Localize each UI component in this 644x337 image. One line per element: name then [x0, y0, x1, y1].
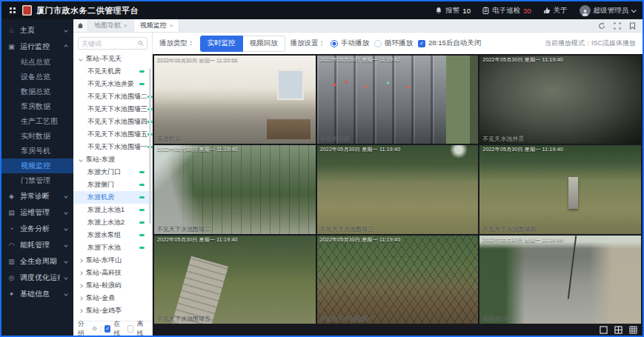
sidebar-item-analysis[interactable]: ◔ 业务分析 [1, 221, 73, 237]
video-cell[interactable]: 2022年05月30日 星期一 11:19:49 东渡大门口 [479, 236, 641, 324]
refresh-icon[interactable] [598, 22, 605, 30]
sidebar-item-dispatch[interactable]: ◎ 调度优化运行 [1, 270, 73, 286]
video-cell[interactable]: 2022年05月30日 星期一 11:19:40 不见天下水池围墙三 [317, 145, 479, 233]
sidebar-sub-data-overview[interactable]: 数据总览 [1, 84, 73, 99]
tree-group-dongdu[interactable]: 泵站-东渡 [73, 153, 152, 166]
about-button[interactable]: 关于 [543, 6, 568, 16]
tree-search-box [78, 37, 147, 50]
chevron-down-icon [64, 276, 68, 280]
gear-icon[interactable] [92, 325, 97, 332]
video-cell[interactable]: 2022年05月30日 星期一 11:19:40 不见天水池井景 [479, 56, 641, 144]
sidebar-sub-device-overview[interactable]: 设备总览 [1, 70, 73, 84]
tree-camera-item[interactable]: 不见天下水池围墙三 [73, 103, 152, 116]
video-feed [479, 236, 641, 324]
search-icon[interactable] [138, 40, 144, 47]
alarm-count: 10 [462, 7, 471, 15]
online-checkbox[interactable]: ✓ [104, 325, 110, 333]
caret-icon [79, 258, 83, 263]
video-timestamp: 2022年05月30日 星期一 11:19:40 [320, 146, 477, 153]
sidebar-sub-realtime-data[interactable]: 实时数据 [1, 129, 73, 144]
sidebar-item-home[interactable]: ⌂ 主页 [1, 22, 73, 39]
bookmark-icon[interactable] [629, 22, 636, 30]
tree-camera-item[interactable]: 东渡侧门 [73, 178, 152, 191]
tree-camera-item[interactable]: 东渡下水池 [73, 241, 152, 254]
home-icon: ⌂ [7, 27, 16, 34]
sidebar-sub-pump-units[interactable]: 泵房号机 [1, 144, 73, 159]
video-playback-button[interactable]: 视频回放 [243, 36, 285, 52]
tree-camera-item[interactable]: 不见天水池井景 [73, 78, 152, 90]
manual-play-radio[interactable]: 手动播放 [331, 39, 369, 48]
chevron-down-icon [64, 210, 68, 215]
sidebar-collapse-icon[interactable] [9, 7, 16, 14]
sidebar-item-diagnosis[interactable]: ◈ 异常诊断 [1, 188, 73, 204]
nine-grid-icon[interactable] [629, 326, 637, 334]
online-dot [139, 171, 145, 173]
video-cell[interactable]: 2022年05月30日 星期一 11:19:40 不见天下水池围墙二 [154, 145, 316, 233]
video-cell[interactable]: 2022年05月30日 星期一 11:19:40 不见天下水池围墙五 [154, 236, 316, 324]
sidebar-item-energy[interactable]: ◠ 能耗管理 [1, 237, 73, 253]
radio-on-icon [331, 40, 338, 47]
close-icon[interactable]: × [170, 22, 173, 29]
tree-camera-item[interactable]: 东渡上水池2 [73, 216, 152, 229]
sidebar-item-basic-info[interactable]: ✦ 基础信息 [1, 286, 73, 302]
fullscreen-icon[interactable] [614, 22, 621, 30]
tree-group-dongpingshan[interactable]: 泵站-东坪山 [73, 254, 152, 267]
offline-checkbox[interactable] [127, 325, 133, 333]
video-cell[interactable]: 2022年05月30日 星期一 11:20:55 东渡机房 [154, 56, 316, 144]
online-dot [139, 234, 145, 236]
chevron-down-icon [64, 292, 68, 296]
tree-scrollbar[interactable] [149, 68, 151, 224]
sidebar-sub-process-diagram[interactable]: 生产工艺图 [1, 114, 73, 129]
video-grid: 2022年05月30日 星期一 11:20:55 东渡机房 2022年05月30… [154, 56, 641, 324]
sidebar-item-monitor[interactable]: ▣ 运行监控 [1, 39, 73, 55]
sidebar-item-lifecycle[interactable]: ▥ 全生命周期 [1, 253, 73, 270]
tree-camera-item[interactable]: 不见天下水池围墙一 [73, 141, 152, 153]
tab-video-monitor[interactable]: 视频监控 × [134, 19, 180, 32]
home-tab-button[interactable] [73, 19, 88, 32]
auto-close-checkbox-row[interactable]: ✓ 28:15后自动关闭 [418, 39, 481, 48]
sidebar-sub-site-overview[interactable]: 站点总览 [1, 55, 73, 70]
user-menu[interactable]: 超级管理员 [580, 5, 636, 16]
tree-camera-item[interactable]: 东渡上水池1 [73, 204, 152, 216]
play-type-switch: 实时监控 视频回放 [200, 36, 285, 52]
tree-camera-item[interactable]: 不见天下水池围墙二 [73, 90, 152, 103]
single-grid-icon[interactable] [600, 326, 608, 334]
loop-play-radio[interactable]: 循环播放 [374, 39, 413, 48]
monitor-icon: ▣ [7, 43, 16, 50]
sidebar-sub-pump-room-data[interactable]: 泵房数据 [1, 99, 73, 114]
camera-tree: 泵站-不见天 不见天机房 不见天水池井景 不见天下水池围墙二 不见天下水池围墙三… [73, 53, 152, 317]
sidebar-sub-video-monitor[interactable]: 视频监控 [1, 159, 73, 173]
live-monitor-button[interactable]: 实时监控 [200, 36, 243, 52]
camera-tree-panel: 泵站-不见天 不见天机房 不见天水池井景 不见天下水池围墙二 不见天下水池围墙三… [73, 33, 153, 336]
tree-camera-item-selected[interactable]: 东渡机房 [73, 191, 152, 204]
video-cell[interactable]: 2022年05月30日 星期一 11:19:40 不见天下水池围墙一 [317, 236, 479, 324]
sidebar-sub-access-control[interactable]: 门禁管理 [1, 173, 73, 188]
tree-group-jinding[interactable]: 泵站-金鼎 [73, 292, 152, 304]
tree-camera-item[interactable]: 东渡大门口 [73, 166, 152, 178]
quad-grid-icon[interactable] [614, 326, 623, 334]
tree-camera-item[interactable]: 不见天机房 [73, 65, 152, 78]
video-feed [317, 236, 479, 324]
sidebar-nav: ⌂ 主页 ▣ 运行监控 站点总览 设备总览 数据总览 泵房数据 生产工艺图 实时… [1, 19, 73, 336]
tree-camera-item[interactable]: 东渡水泵组 [73, 229, 152, 241]
chevron-down-icon [64, 227, 68, 231]
tree-group-bujiantian[interactable]: 泵站-不见天 [73, 53, 152, 65]
tab-map-nav[interactable]: 地图导航 × [88, 19, 134, 32]
inspection-button[interactable]: 电子巡检 30 [482, 6, 531, 16]
sidebar-item-ops[interactable]: ▤ 运维管理 [1, 204, 73, 221]
tree-group-jinjiting[interactable]: 泵站-金鸡亭 [73, 304, 152, 317]
thumb-up-icon [543, 7, 551, 14]
offline-label: 离线 [136, 319, 147, 337]
video-cell[interactable]: 2022年05月30日 星期一 11:19:40 不见天下水池围墙四 [479, 145, 641, 233]
video-feed [154, 236, 316, 324]
search-input[interactable] [82, 40, 136, 47]
tree-camera-item[interactable]: 不见天下水池围墙五 [73, 128, 152, 141]
alarm-button[interactable]: 报警 10 [435, 6, 471, 16]
video-cell-selected[interactable]: 2022年05月30日 星期一 11:19:42 不见天机房 [317, 56, 479, 144]
close-icon[interactable]: × [124, 22, 127, 29]
tree-camera-item[interactable]: 不见天下水池围墙四 [73, 116, 152, 128]
tree-group-gaokeji[interactable]: 泵站-高科技 [73, 267, 152, 279]
tree-group-gulangyu[interactable]: 泵站-鼓浪屿 [73, 279, 152, 292]
caret-icon [79, 284, 83, 288]
inspection-label: 电子巡检 [492, 6, 520, 16]
